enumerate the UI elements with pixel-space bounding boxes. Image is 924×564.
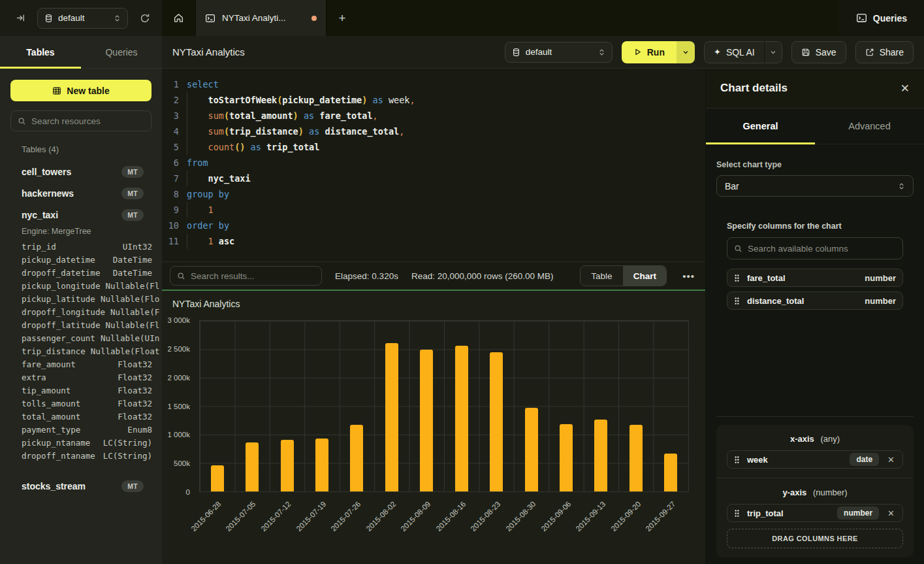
line-number: 11 (162, 233, 187, 249)
column-name: dropoff_datetime (22, 268, 100, 278)
remove-chip-button[interactable]: ✕ (886, 508, 896, 518)
view-toggle-table[interactable]: Table (581, 266, 624, 286)
sidebar: Tables Queries New table Tables (4) cell… (0, 36, 162, 564)
code-content: toStartOfWeek(pickup_datetime) as week, (187, 92, 415, 108)
code-line: 4 sum(trip_distance) as distance_total, (162, 124, 705, 139)
columns-search[interactable] (727, 237, 903, 259)
indent-guide (187, 233, 187, 249)
sql-ai-button[interactable]: ✦ SQL AI (704, 41, 764, 63)
column-row: trip_distanceNullable(Float (0, 344, 162, 357)
chart-bar (560, 424, 573, 491)
new-table-button[interactable]: New table (10, 80, 151, 101)
query-tab[interactable]: NYTaxi Analyti... (196, 0, 327, 36)
results-search-input[interactable] (191, 271, 315, 281)
chart-bar (246, 442, 259, 491)
columns-search-input[interactable] (748, 244, 896, 254)
chart-details-panel: Chart details ✕ General Advanced Select … (705, 69, 924, 564)
table-list-item[interactable]: stocks_streamMT (0, 475, 162, 497)
search-icon (734, 244, 742, 253)
column-type: Float32 (118, 386, 152, 395)
terminal-icon (856, 12, 867, 24)
column-chip[interactable]: weekdate✕ (727, 450, 903, 469)
column-name: dropoff_latitude (22, 320, 100, 330)
drag-handle-icon[interactable] (734, 509, 740, 518)
home-button[interactable] (162, 0, 196, 36)
play-icon (633, 48, 642, 56)
tab-general[interactable]: General (706, 108, 815, 144)
drag-handle-icon[interactable] (734, 297, 740, 305)
queries-button[interactable]: Queries (856, 12, 907, 24)
column-row: passenger_countNullable(UIn (0, 331, 162, 344)
column-name: pickup_datetime (22, 255, 95, 265)
sql-ai-options-button[interactable] (764, 41, 782, 63)
column-row: tolls_amountFloat32 (0, 397, 162, 410)
chart-bar (385, 343, 398, 491)
save-button[interactable]: Save (791, 41, 846, 63)
y-axis-type-hint: (number) (813, 488, 848, 497)
share-button[interactable]: Share (855, 41, 914, 63)
drag-handle-icon[interactable] (734, 456, 740, 464)
column-row: dropoff_longitudeNullable(F (0, 305, 162, 318)
table-list: cell_towersMThackernewsMTnyc_taxiMTEngin… (0, 161, 162, 564)
chevron-down-icon (682, 49, 689, 56)
database-icon (44, 14, 53, 23)
drag-columns-dropzone[interactable]: DRAG COLUMNS HERE (727, 529, 903, 548)
y-axis-tick-label: 2 500k (167, 345, 190, 353)
run-button[interactable]: Run (622, 41, 677, 63)
close-panel-button[interactable]: ✕ (900, 82, 910, 95)
resources-search-input[interactable] (31, 116, 144, 126)
table-list-item[interactable]: cell_towersMT (0, 161, 162, 182)
save-button-label: Save (816, 47, 836, 58)
chart-details-title: Chart details (720, 82, 788, 95)
view-toggle: Table Chart (580, 265, 667, 286)
line-number: 7 (162, 171, 187, 186)
database-selector[interactable]: default (37, 8, 128, 29)
column-chip[interactable]: distance_totalnumber (727, 291, 903, 310)
run-options-button[interactable] (677, 41, 695, 63)
tables-section-label: Tables (4) (0, 144, 162, 161)
column-name: tolls_amount (22, 399, 80, 408)
column-type: LC(String) (103, 451, 152, 461)
resources-search[interactable] (10, 110, 151, 131)
unsaved-indicator-dot (311, 16, 317, 21)
chip-column-name: fare_total (747, 273, 857, 283)
more-options-button[interactable]: ••• (680, 271, 697, 282)
y-axis-tick-label: 3 000k (167, 316, 190, 324)
toolbar-database-selector[interactable]: default (505, 42, 613, 63)
sql-console-app: default NYTaxi Analyti... + Queries (0, 0, 924, 564)
query-tab-title: NYTaxi Analyti... (222, 13, 286, 23)
chevron-updown-icon (598, 48, 605, 56)
sql-editor[interactable]: 1select2 toStartOfWeek(pickup_datetime) … (162, 69, 705, 261)
code-line: 3 sum(total_amount) as fare_total, (162, 108, 705, 124)
results-search[interactable] (170, 266, 322, 286)
indent-guide (187, 108, 187, 124)
chevron-down-icon (770, 49, 776, 56)
table-list-item[interactable]: hackernewsMT (0, 182, 162, 204)
chart-bar (629, 425, 643, 491)
share-button-label: Share (880, 47, 904, 58)
table-list-item[interactable]: nyc_taxiMT (0, 204, 162, 225)
column-row: dropoff_ntanameLC(String) (0, 449, 162, 462)
drag-handle-icon[interactable] (734, 274, 740, 282)
sidebar-tab-queries[interactable]: Queries (81, 36, 162, 68)
collapse-sidebar-button[interactable] (13, 10, 28, 25)
refresh-button[interactable] (137, 10, 153, 26)
new-tab-button[interactable]: + (327, 0, 358, 36)
remove-chip-button[interactable]: ✕ (886, 455, 896, 465)
code-content: nyc_taxi (187, 171, 251, 186)
tab-advanced[interactable]: Advanced (815, 108, 924, 144)
column-type: Nullable(UIn (101, 333, 159, 343)
chart-type-select[interactable]: Bar (716, 175, 914, 197)
chart-bar (420, 350, 433, 492)
column-chip[interactable]: fare_totalnumber (727, 269, 903, 287)
search-icon (177, 272, 185, 280)
x-axis-tick-label: 2015-09-27 (645, 500, 677, 533)
code-content: 1 asc (187, 233, 234, 249)
view-toggle-chart[interactable]: Chart (623, 266, 666, 286)
chevron-updown-icon (114, 14, 121, 22)
home-icon (173, 12, 184, 24)
query-title: NYTaxi Analytics (172, 46, 496, 58)
sidebar-tab-tables[interactable]: Tables (0, 36, 81, 68)
column-chip[interactable]: trip_totalnumber✕ (727, 504, 903, 522)
chart-bar (490, 352, 503, 491)
